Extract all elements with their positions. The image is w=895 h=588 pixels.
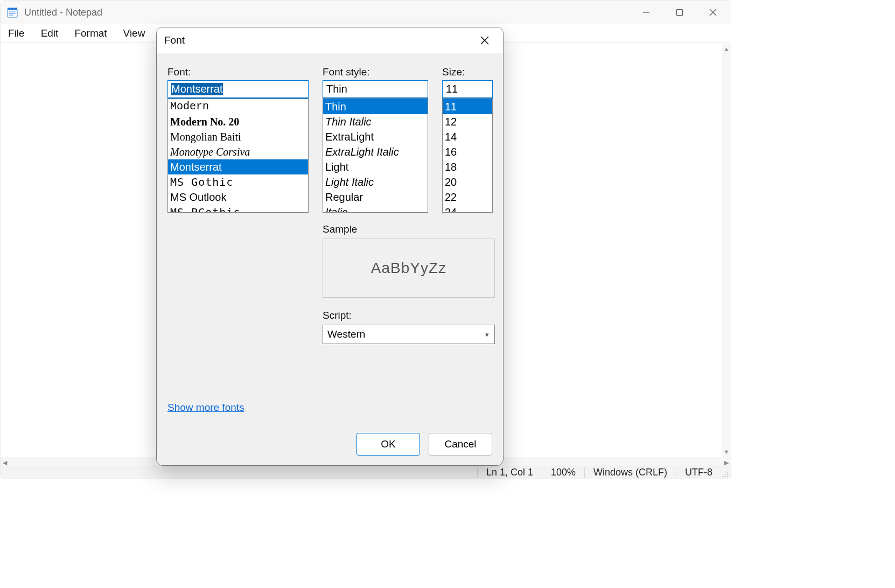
style-option[interactable]: Light xyxy=(323,159,428,174)
dialog-buttons: OK Cancel xyxy=(356,433,492,456)
close-button[interactable] xyxy=(697,2,729,23)
minimize-button[interactable] xyxy=(631,2,662,23)
svg-rect-2 xyxy=(677,10,683,16)
size-option[interactable]: 16 xyxy=(443,144,492,159)
sample-group: Sample AaBbYyZz xyxy=(323,223,495,298)
style-picker: Font style: ThinThin ItalicExtraLightExt… xyxy=(323,66,428,213)
scroll-right-icon[interactable]: ▶ xyxy=(724,459,729,466)
font-option[interactable]: MS PGothic xyxy=(168,205,308,213)
show-more-fonts-link[interactable]: Show more fonts xyxy=(167,402,244,414)
font-option[interactable]: Monotype Corsiva xyxy=(168,144,308,159)
style-option[interactable]: Thin xyxy=(323,99,428,114)
svg-point-3 xyxy=(727,472,728,473)
status-lineending: Windows (CRLF) xyxy=(584,467,676,478)
size-label: Size: xyxy=(442,66,493,78)
font-dialog: Font Font: ModernModern No. 20Mongolian … xyxy=(156,27,504,466)
style-listbox[interactable]: ThinThin ItalicExtraLightExtraLight Ital… xyxy=(323,99,428,213)
dialog-titlebar[interactable]: Font xyxy=(157,27,503,53)
ok-button[interactable]: OK xyxy=(356,433,420,456)
scroll-down-icon[interactable]: ▼ xyxy=(724,449,730,455)
style-label: Font style: xyxy=(323,66,428,78)
style-option[interactable]: Light Italic xyxy=(323,174,428,190)
titlebar[interactable]: Untitled - Notepad xyxy=(1,1,731,24)
font-option[interactable]: Mongolian Baiti xyxy=(168,129,308,144)
script-select[interactable]: Western ▾ xyxy=(323,325,495,344)
maximize-button[interactable] xyxy=(664,2,695,23)
font-picker: Font: ModernModern No. 20Mongolian Baiti… xyxy=(167,66,309,213)
svg-point-4 xyxy=(725,474,726,475)
sample-preview: AaBbYyZz xyxy=(323,239,495,298)
dialog-body: Font: ModernModern No. 20Mongolian Baiti… xyxy=(157,53,503,465)
status-zoom: 100% xyxy=(542,467,584,478)
size-option[interactable]: 18 xyxy=(443,159,492,174)
style-input[interactable] xyxy=(323,80,428,99)
cancel-button[interactable]: Cancel xyxy=(429,433,492,456)
size-option[interactable]: 22 xyxy=(443,190,492,205)
size-listbox[interactable]: 1112141618202224 xyxy=(442,99,493,213)
style-option[interactable]: Italic xyxy=(323,205,428,213)
window-title: Untitled - Notepad xyxy=(24,7,631,18)
notepad-icon xyxy=(6,6,19,19)
window-controls xyxy=(631,2,729,23)
size-picker: Size: 1112141618202224 xyxy=(442,66,493,213)
dialog-close-button[interactable] xyxy=(474,30,495,51)
font-option[interactable]: MS Outlook xyxy=(168,190,308,205)
size-option[interactable]: 14 xyxy=(443,129,492,144)
script-label: Script: xyxy=(323,310,495,321)
chevron-down-icon: ▾ xyxy=(485,331,489,339)
menu-format[interactable]: Format xyxy=(72,26,109,40)
font-option[interactable]: Modern xyxy=(168,99,308,114)
style-option[interactable]: ExtraLight xyxy=(323,129,428,144)
status-cursor: Ln 1, Col 1 xyxy=(477,467,542,478)
font-label: Font: xyxy=(167,66,309,78)
svg-point-6 xyxy=(723,476,724,477)
size-option[interactable]: 20 xyxy=(443,174,492,190)
svg-point-8 xyxy=(727,476,728,477)
scroll-up-icon[interactable]: ▲ xyxy=(724,46,730,52)
script-value: Western xyxy=(327,328,365,340)
svg-point-5 xyxy=(727,474,728,475)
size-input[interactable] xyxy=(442,80,493,99)
style-option[interactable]: ExtraLight Italic xyxy=(323,144,428,159)
svg-point-7 xyxy=(725,476,726,477)
size-option[interactable]: 12 xyxy=(443,114,492,129)
status-encoding: UTF-8 xyxy=(676,467,721,478)
sample-label: Sample xyxy=(323,223,495,235)
menu-edit[interactable]: Edit xyxy=(39,26,61,40)
scroll-left-icon[interactable]: ◀ xyxy=(3,459,7,466)
menu-file[interactable]: File xyxy=(6,26,27,40)
font-option[interactable]: Montserrat xyxy=(168,159,308,174)
font-option[interactable]: MS Gothic xyxy=(168,174,308,190)
script-group: Script: Western ▾ xyxy=(323,310,495,344)
size-option[interactable]: 11 xyxy=(443,99,492,114)
resize-grip-icon[interactable] xyxy=(721,469,730,478)
vertical-scrollbar[interactable]: ▲ ▼ xyxy=(722,44,731,457)
close-icon xyxy=(480,36,490,45)
font-listbox[interactable]: ModernModern No. 20Mongolian BaitiMonoty… xyxy=(167,99,309,213)
menu-view[interactable]: View xyxy=(121,26,148,40)
font-input[interactable] xyxy=(167,80,309,99)
dialog-title: Font xyxy=(164,34,474,46)
size-option[interactable]: 24 xyxy=(443,205,492,213)
style-option[interactable]: Regular xyxy=(323,190,428,205)
style-option[interactable]: Thin Italic xyxy=(323,114,428,129)
font-option[interactable]: Modern No. 20 xyxy=(168,114,308,129)
statusbar: Ln 1, Col 1 100% Windows (CRLF) UTF-8 xyxy=(1,466,731,479)
